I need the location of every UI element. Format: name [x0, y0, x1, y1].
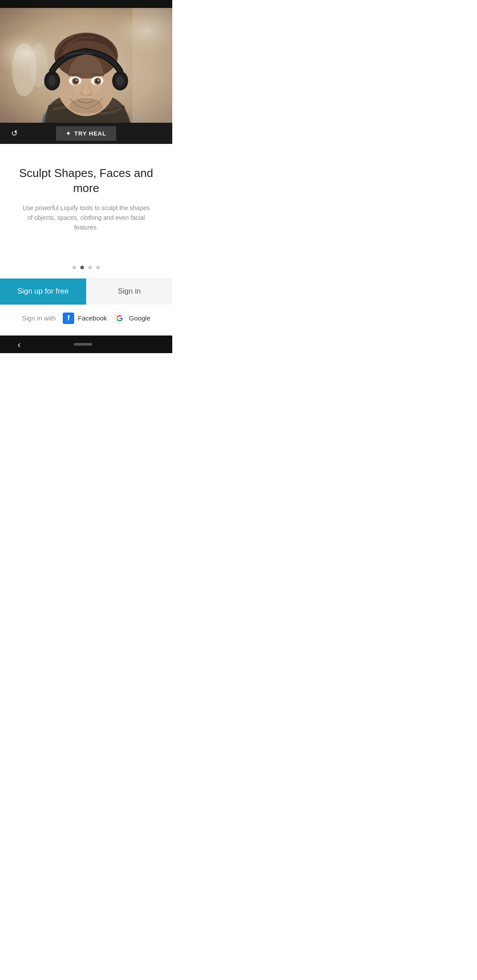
facebook-signin-button[interactable]: f Facebook [63, 313, 107, 324]
subtext: Use powerful Liquify tools to sculpt the… [20, 203, 152, 233]
try-heal-button[interactable]: ✦ TRY HEAL [56, 126, 116, 141]
page-dots [0, 266, 172, 269]
reset-icon: ↺ [11, 128, 18, 138]
svg-point-29 [68, 54, 104, 98]
try-heal-label: TRY HEAL [74, 130, 106, 137]
status-bar [0, 0, 172, 8]
social-signin-row: Sign in with f Facebook Google [0, 305, 172, 332]
home-button[interactable] [74, 343, 92, 346]
dot-2 [80, 266, 84, 269]
content-section: Sculpt Shapes, Faces and more Use powerf… [0, 144, 172, 241]
back-button[interactable]: ‹ [18, 339, 21, 350]
facebook-label: Facebook [78, 314, 107, 322]
dot-1 [72, 266, 76, 269]
toolbar: ↺ ✦ TRY HEAL [0, 123, 172, 144]
signin-button[interactable]: Sign in [87, 279, 173, 305]
svg-point-14 [49, 76, 56, 86]
cta-buttons: Sign up for free Sign in [0, 278, 172, 305]
svg-point-17 [117, 76, 124, 86]
headline: Sculpt Shapes, Faces and more [13, 166, 159, 196]
google-signin-button[interactable]: Google [114, 313, 150, 324]
nav-bar: ‹ [0, 335, 172, 353]
dot-3 [88, 266, 92, 269]
google-icon [114, 313, 125, 324]
hero-image [0, 8, 172, 123]
google-label: Google [129, 314, 150, 322]
heal-icon: ✦ [66, 130, 71, 137]
reset-button[interactable]: ↺ [6, 125, 22, 141]
dot-4 [96, 266, 100, 269]
svg-rect-5 [132, 8, 172, 123]
sign-in-with-label: Sign in with [22, 314, 56, 322]
signup-button[interactable]: Sign up for free [0, 279, 87, 305]
svg-point-28 [69, 98, 103, 114]
facebook-icon: f [63, 313, 74, 324]
